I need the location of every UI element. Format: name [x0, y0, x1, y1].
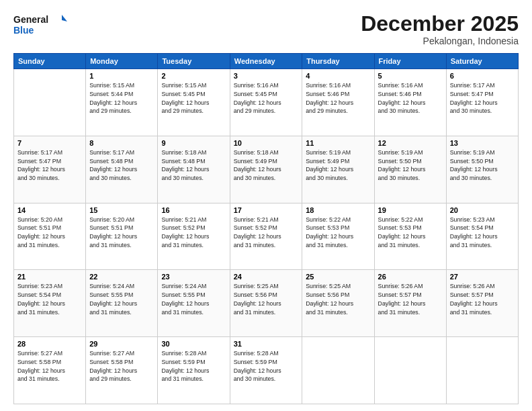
- day-cell: [14, 69, 86, 136]
- day-cell: 23Sunrise: 5:24 AM Sunset: 5:55 PM Dayli…: [158, 270, 230, 337]
- day-info: Sunrise: 5:15 AM Sunset: 5:45 PM Dayligh…: [161, 81, 226, 116]
- day-number: 13: [450, 139, 515, 147]
- month-title: December 2025: [361, 12, 519, 36]
- day-cell: 19Sunrise: 5:22 AM Sunset: 5:53 PM Dayli…: [374, 203, 446, 270]
- day-number: 10: [234, 139, 299, 147]
- day-cell: 26Sunrise: 5:26 AM Sunset: 5:57 PM Dayli…: [374, 270, 446, 337]
- day-cell: [374, 337, 446, 404]
- day-info: Sunrise: 5:20 AM Sunset: 5:51 PM Dayligh…: [89, 216, 154, 250]
- week-row-5: 28Sunrise: 5:27 AM Sunset: 5:58 PM Dayli…: [14, 337, 519, 404]
- day-cell: 10Sunrise: 5:18 AM Sunset: 5:49 PM Dayli…: [230, 136, 302, 203]
- day-cell: 22Sunrise: 5:24 AM Sunset: 5:55 PM Dayli…: [86, 270, 158, 337]
- svg-text:Blue: Blue: [13, 25, 34, 36]
- calendar-body: 1Sunrise: 5:15 AM Sunset: 5:44 PM Daylig…: [14, 69, 519, 404]
- header: General Blue December 2025 Pekalongan, I…: [13, 12, 519, 46]
- day-cell: 13Sunrise: 5:19 AM Sunset: 5:50 PM Dayli…: [446, 136, 518, 203]
- day-number: 30: [161, 340, 226, 348]
- day-number: 5: [378, 72, 443, 80]
- day-number: 25: [306, 273, 370, 281]
- day-cell: 1Sunrise: 5:15 AM Sunset: 5:44 PM Daylig…: [86, 69, 158, 136]
- svg-marker-2: [62, 15, 67, 21]
- day-cell: 15Sunrise: 5:20 AM Sunset: 5:51 PM Dayli…: [86, 203, 158, 270]
- day-info: Sunrise: 5:26 AM Sunset: 5:57 PM Dayligh…: [450, 282, 515, 316]
- day-cell: 4Sunrise: 5:16 AM Sunset: 5:46 PM Daylig…: [302, 69, 374, 136]
- week-row-3: 14Sunrise: 5:20 AM Sunset: 5:51 PM Dayli…: [14, 203, 519, 270]
- day-cell: 2Sunrise: 5:15 AM Sunset: 5:45 PM Daylig…: [158, 69, 230, 136]
- day-cell: 27Sunrise: 5:26 AM Sunset: 5:57 PM Dayli…: [446, 270, 518, 337]
- day-info: Sunrise: 5:17 AM Sunset: 5:47 PM Dayligh…: [450, 81, 515, 116]
- day-number: 18: [306, 206, 370, 214]
- col-monday: Monday: [86, 54, 158, 69]
- day-info: Sunrise: 5:24 AM Sunset: 5:55 PM Dayligh…: [161, 282, 226, 316]
- day-info: Sunrise: 5:28 AM Sunset: 5:59 PM Dayligh…: [234, 349, 299, 383]
- location: Pekalongan, Indonesia: [361, 36, 519, 46]
- day-info: Sunrise: 5:16 AM Sunset: 5:46 PM Dayligh…: [378, 81, 443, 116]
- day-cell: 5Sunrise: 5:16 AM Sunset: 5:46 PM Daylig…: [374, 69, 446, 136]
- col-saturday: Saturday: [446, 54, 518, 69]
- day-number: 14: [17, 206, 82, 214]
- day-cell: 14Sunrise: 5:20 AM Sunset: 5:51 PM Dayli…: [14, 203, 86, 270]
- day-info: Sunrise: 5:23 AM Sunset: 5:54 PM Dayligh…: [450, 216, 515, 250]
- day-cell: 25Sunrise: 5:25 AM Sunset: 5:56 PM Dayli…: [302, 270, 374, 337]
- day-cell: 20Sunrise: 5:23 AM Sunset: 5:54 PM Dayli…: [446, 203, 518, 270]
- day-cell: 7Sunrise: 5:17 AM Sunset: 5:47 PM Daylig…: [14, 136, 86, 203]
- day-info: Sunrise: 5:18 AM Sunset: 5:49 PM Dayligh…: [234, 148, 299, 183]
- day-info: Sunrise: 5:19 AM Sunset: 5:49 PM Dayligh…: [306, 148, 370, 183]
- svg-text:General: General: [13, 14, 48, 25]
- week-row-2: 7Sunrise: 5:17 AM Sunset: 5:47 PM Daylig…: [14, 136, 519, 203]
- day-number: 12: [378, 139, 443, 147]
- day-info: Sunrise: 5:17 AM Sunset: 5:47 PM Dayligh…: [17, 148, 82, 183]
- day-number: 15: [89, 206, 154, 214]
- day-number: 4: [306, 72, 370, 80]
- day-cell: 17Sunrise: 5:21 AM Sunset: 5:52 PM Dayli…: [230, 203, 302, 270]
- day-info: Sunrise: 5:17 AM Sunset: 5:48 PM Dayligh…: [89, 148, 154, 183]
- day-cell: 16Sunrise: 5:21 AM Sunset: 5:52 PM Dayli…: [158, 203, 230, 270]
- day-info: Sunrise: 5:22 AM Sunset: 5:53 PM Dayligh…: [306, 216, 370, 250]
- day-info: Sunrise: 5:16 AM Sunset: 5:45 PM Dayligh…: [234, 81, 299, 116]
- logo-icon: General Blue: [13, 12, 67, 36]
- day-number: 22: [89, 273, 154, 281]
- day-cell: 29Sunrise: 5:27 AM Sunset: 5:58 PM Dayli…: [86, 337, 158, 404]
- col-friday: Friday: [374, 54, 446, 69]
- day-number: 19: [378, 206, 443, 214]
- day-info: Sunrise: 5:27 AM Sunset: 5:58 PM Dayligh…: [89, 349, 154, 383]
- day-cell: [302, 337, 374, 404]
- week-row-4: 21Sunrise: 5:23 AM Sunset: 5:54 PM Dayli…: [14, 270, 519, 337]
- day-cell: [446, 337, 518, 404]
- day-number: 6: [450, 72, 515, 80]
- page: General Blue December 2025 Pekalongan, I…: [0, 0, 532, 411]
- day-number: 8: [89, 139, 154, 147]
- day-number: 24: [234, 273, 299, 281]
- day-info: Sunrise: 5:25 AM Sunset: 5:56 PM Dayligh…: [234, 282, 299, 316]
- day-number: 31: [234, 340, 299, 348]
- day-number: 17: [234, 206, 299, 214]
- day-info: Sunrise: 5:19 AM Sunset: 5:50 PM Dayligh…: [450, 148, 515, 183]
- day-number: 20: [450, 206, 515, 214]
- day-cell: 18Sunrise: 5:22 AM Sunset: 5:53 PM Dayli…: [302, 203, 374, 270]
- header-row: Sunday Monday Tuesday Wednesday Thursday…: [14, 54, 519, 69]
- day-info: Sunrise: 5:20 AM Sunset: 5:51 PM Dayligh…: [17, 216, 82, 250]
- day-cell: 8Sunrise: 5:17 AM Sunset: 5:48 PM Daylig…: [86, 136, 158, 203]
- title-block: December 2025 Pekalongan, Indonesia: [361, 12, 519, 46]
- calendar: Sunday Monday Tuesday Wednesday Thursday…: [13, 53, 519, 404]
- day-info: Sunrise: 5:15 AM Sunset: 5:44 PM Dayligh…: [89, 81, 154, 116]
- day-number: 16: [161, 206, 226, 214]
- day-info: Sunrise: 5:25 AM Sunset: 5:56 PM Dayligh…: [306, 282, 370, 316]
- day-info: Sunrise: 5:21 AM Sunset: 5:52 PM Dayligh…: [161, 216, 226, 250]
- day-cell: 11Sunrise: 5:19 AM Sunset: 5:49 PM Dayli…: [302, 136, 374, 203]
- day-info: Sunrise: 5:23 AM Sunset: 5:54 PM Dayligh…: [17, 282, 82, 316]
- day-number: 2: [161, 72, 226, 80]
- day-info: Sunrise: 5:18 AM Sunset: 5:48 PM Dayligh…: [161, 148, 226, 183]
- day-info: Sunrise: 5:27 AM Sunset: 5:58 PM Dayligh…: [17, 349, 82, 383]
- day-cell: 24Sunrise: 5:25 AM Sunset: 5:56 PM Dayli…: [230, 270, 302, 337]
- day-info: Sunrise: 5:24 AM Sunset: 5:55 PM Dayligh…: [89, 282, 154, 316]
- day-number: 23: [161, 273, 226, 281]
- day-number: 29: [89, 340, 154, 348]
- col-sunday: Sunday: [14, 54, 86, 69]
- col-wednesday: Wednesday: [230, 54, 302, 69]
- day-info: Sunrise: 5:26 AM Sunset: 5:57 PM Dayligh…: [378, 282, 443, 316]
- day-number: 27: [450, 273, 515, 281]
- day-cell: 30Sunrise: 5:28 AM Sunset: 5:59 PM Dayli…: [158, 337, 230, 404]
- day-number: 28: [17, 340, 82, 348]
- col-tuesday: Tuesday: [158, 54, 230, 69]
